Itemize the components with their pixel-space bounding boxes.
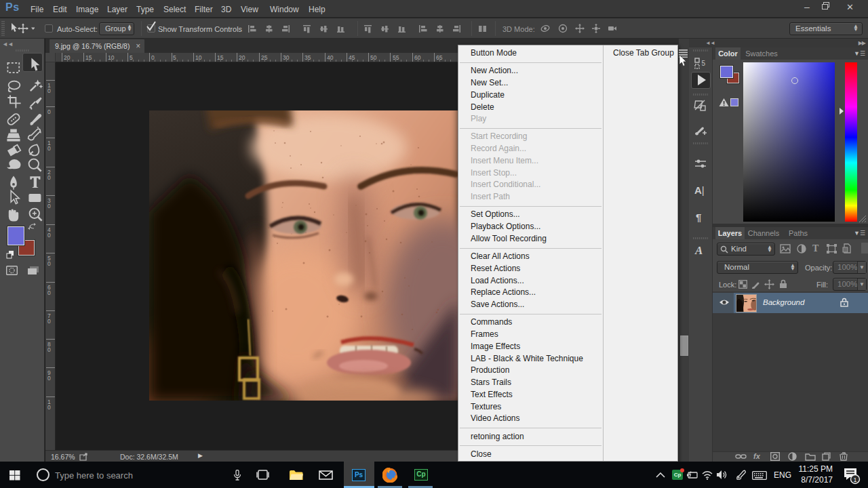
svg-text:1: 1 <box>853 476 856 483</box>
svg-text:5: 5 <box>702 60 706 67</box>
